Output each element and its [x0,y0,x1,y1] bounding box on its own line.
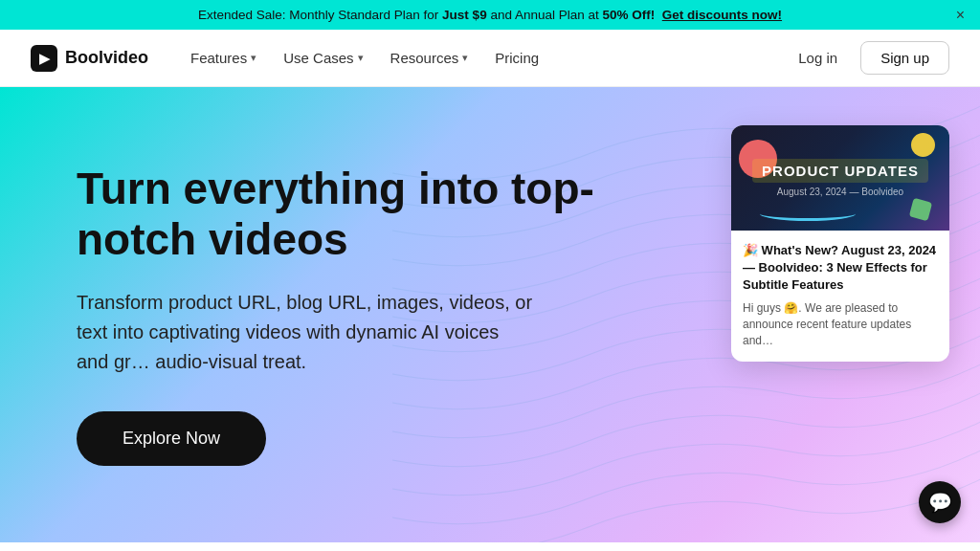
nav-item-features[interactable]: Features ▾ [179,42,268,74]
chat-bubble-button[interactable]: 💬 [919,481,961,523]
product-card-text: Hi guys 🤗. We are pleased to announce re… [743,300,938,350]
nav-item-pricing[interactable]: Pricing [483,42,550,74]
nav-auth: Log in Sign up [787,41,949,75]
nav-item-usecases[interactable]: Use Cases ▾ [272,42,374,74]
hero-subtitle: Transform product URL, blog URL, images,… [77,288,536,377]
chat-icon: 💬 [928,491,952,514]
banner-close-button[interactable]: × [956,7,965,24]
logo-text: Boolvideo [65,48,148,68]
explore-now-button[interactable]: Explore Now [77,411,266,466]
hero-title: Turn everything into top-notch videos [77,164,632,265]
logo[interactable]: ▶ Boolvideo [31,45,148,72]
nav-item-resources[interactable]: Resources ▾ [379,42,480,74]
product-card-image-title: PRODUCT UPDATES [752,159,928,183]
nav-links: Features ▾ Use Cases ▾ Resources ▾ Prici… [179,42,787,74]
promo-banner: Extended Sale: Monthly Standard Plan for… [0,0,980,30]
chevron-down-icon: ▾ [358,52,364,64]
login-button[interactable]: Log in [787,42,849,74]
hero-content: Turn everything into top-notch videos Tr… [77,164,632,466]
chevron-down-icon: ▾ [251,52,256,64]
card-decoration-green [909,198,932,221]
card-wave [760,207,856,221]
navbar: ▶ Boolvideo Features ▾ Use Cases ▾ Resou… [0,30,980,87]
product-card-body: 🎉 What's New? August 23, 2024 — Boolvide… [731,231,949,362]
banner-discount-link[interactable]: Get discounts now! [662,8,782,22]
signup-button[interactable]: Sign up [860,41,949,75]
card-decoration-yellow [911,133,935,157]
product-card-image-date: August 23, 2024 — Boolvideo [777,187,903,197]
product-card-headline: 🎉 What's New? August 23, 2024 — Boolvide… [743,242,938,295]
product-update-card: PRODUCT UPDATES August 23, 2024 — Boolvi… [731,125,949,362]
banner-text: Extended Sale: Monthly Standard Plan for… [198,8,782,22]
logo-icon: ▶ [31,45,57,72]
hero-section: Turn everything into top-notch videos Tr… [0,87,980,542]
chevron-down-icon: ▾ [462,52,468,64]
product-card-image: PRODUCT UPDATES August 23, 2024 — Boolvi… [731,125,949,231]
